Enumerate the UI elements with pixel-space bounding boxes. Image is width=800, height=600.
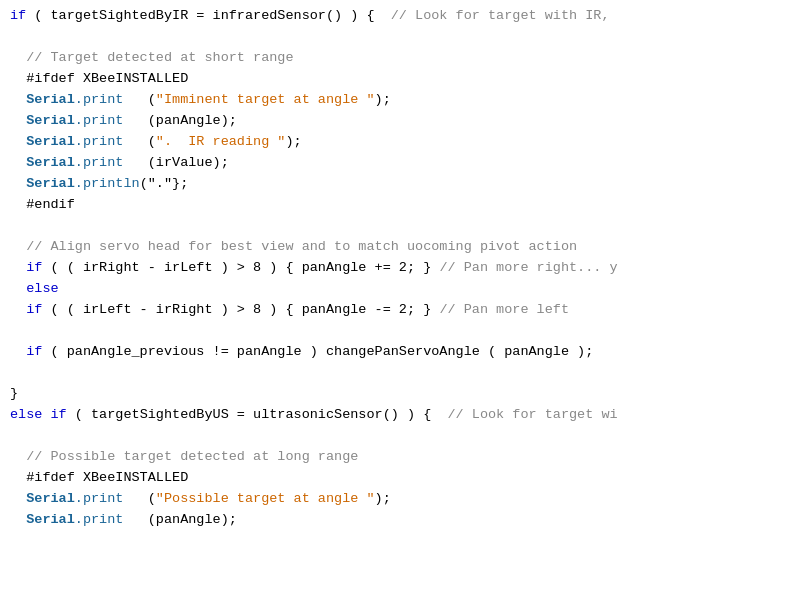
code-token-method: .print	[75, 491, 124, 506]
code-token-plain: (irValue);	[123, 155, 228, 170]
code-token-plain: (	[123, 134, 155, 149]
code-token-serial-kw: Serial	[10, 113, 75, 128]
code-token-method: .print	[75, 113, 124, 128]
code-token-plain: (	[123, 491, 155, 506]
code-line: else	[0, 279, 800, 300]
code-token-comment: // Look for target with IR,	[391, 8, 610, 23]
code-line: Serial.println("."};	[0, 174, 800, 195]
code-line: #endif	[0, 195, 800, 216]
code-line	[0, 426, 800, 447]
code-token-serial-kw: Serial	[10, 134, 75, 149]
code-line	[0, 321, 800, 342]
code-line: // Possible target detected at long rang…	[0, 447, 800, 468]
code-token-comment: // Pan more right... y	[439, 260, 617, 275]
code-token-serial-kw: Serial	[10, 491, 75, 506]
code-token-plain: ( targetSightedByUS = ultrasonicSensor()…	[67, 407, 448, 422]
code-line: if ( panAngle_previous != panAngle ) cha…	[0, 342, 800, 363]
code-line: else if ( targetSightedByUS = ultrasonic…	[0, 405, 800, 426]
code-token-hash: #ifdef XBeeINSTALLED	[10, 71, 188, 86]
code-token-comment: // Align servo head for best view and to…	[10, 239, 577, 254]
code-token-method: .print	[75, 512, 124, 527]
code-token-plain: }	[10, 386, 18, 401]
code-token-kw: else if	[10, 407, 67, 422]
code-token-kw: if	[10, 260, 42, 275]
code-token-plain: (panAngle);	[123, 113, 236, 128]
code-line: Serial.print ("Possible target at angle …	[0, 489, 800, 510]
code-token-kw: if	[10, 344, 42, 359]
code-token-comment: // Target detected at short range	[10, 50, 294, 65]
code-token-string: "Imminent target at angle "	[156, 92, 375, 107]
code-token-plain: );	[285, 134, 301, 149]
code-line: Serial.print (panAngle);	[0, 111, 800, 132]
code-token-plain: ("."};	[140, 176, 189, 191]
code-line: // Target detected at short range	[0, 48, 800, 69]
code-token-method: .println	[75, 176, 140, 191]
code-line: Serial.print (irValue);	[0, 153, 800, 174]
code-line: Serial.print (panAngle);	[0, 510, 800, 531]
code-token-string: ". IR reading "	[156, 134, 286, 149]
code-token-kw: if	[10, 8, 26, 23]
code-line	[0, 216, 800, 237]
code-token-comment: // Possible target detected at long rang…	[10, 449, 358, 464]
code-token-serial-kw: Serial	[10, 176, 75, 191]
code-line: }	[0, 384, 800, 405]
code-token-string: "Possible target at angle "	[156, 491, 375, 506]
code-token-comment: // Look for target wi	[447, 407, 617, 422]
code-line: // Align servo head for best view and to…	[0, 237, 800, 258]
code-line: Serial.print (". IR reading ");	[0, 132, 800, 153]
code-line: #ifdef XBeeINSTALLED	[0, 69, 800, 90]
code-token-plain: );	[375, 491, 391, 506]
code-line: #ifdef XBeeINSTALLED	[0, 468, 800, 489]
code-line: if ( targetSightedByIR = infraredSensor(…	[0, 6, 800, 27]
code-editor: if ( targetSightedByIR = infraredSensor(…	[0, 0, 800, 600]
code-token-method: .print	[75, 92, 124, 107]
code-token-hash: #endif	[10, 197, 75, 212]
code-token-serial-kw: Serial	[10, 155, 75, 170]
code-token-plain: );	[375, 92, 391, 107]
code-token-plain: (panAngle);	[123, 512, 236, 527]
code-token-hash: #ifdef XBeeINSTALLED	[10, 470, 188, 485]
code-token-comment: // Pan more left	[439, 302, 569, 317]
code-token-kw: if	[10, 302, 42, 317]
code-token-plain: ( targetSightedByIR = infraredSensor() )…	[26, 8, 391, 23]
code-line	[0, 27, 800, 48]
code-line	[0, 363, 800, 384]
code-token-serial-kw: Serial	[10, 512, 75, 527]
code-token-serial-kw: Serial	[10, 92, 75, 107]
code-line: if ( ( irRight - irLeft ) > 8 ) { panAng…	[0, 258, 800, 279]
code-line: Serial.print ("Imminent target at angle …	[0, 90, 800, 111]
code-token-plain: (	[123, 92, 155, 107]
code-line: if ( ( irLeft - irRight ) > 8 ) { panAng…	[0, 300, 800, 321]
code-token-method: .print	[75, 155, 124, 170]
code-token-method: .print	[75, 134, 124, 149]
code-token-plain: ( panAngle_previous != panAngle ) change…	[42, 344, 593, 359]
code-token-plain: ( ( irLeft - irRight ) > 8 ) { panAngle …	[42, 302, 439, 317]
code-token-kw: else	[10, 281, 59, 296]
code-token-plain: ( ( irRight - irLeft ) > 8 ) { panAngle …	[42, 260, 439, 275]
